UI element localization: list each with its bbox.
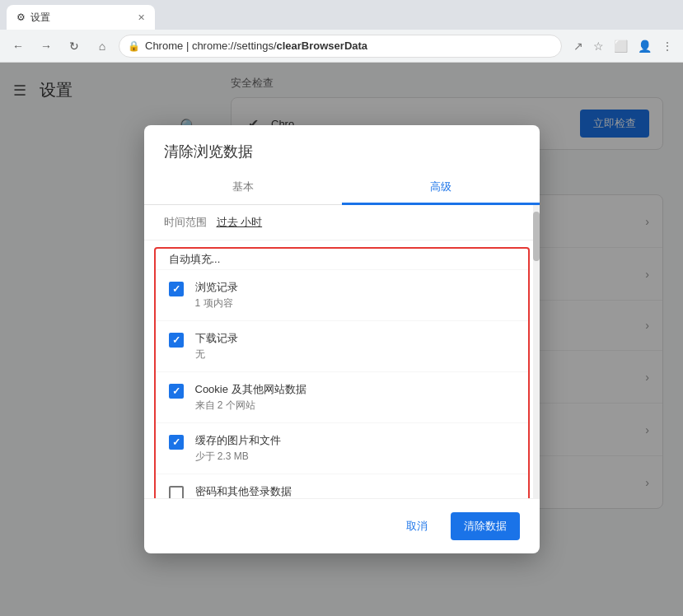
cache-label: 缓存的图片和文件 <box>195 433 515 448</box>
cookie-item-label: Cookie 及其他网站数据 <box>195 382 515 397</box>
checkbox-cache-box[interactable]: ✓ <box>169 435 184 450</box>
password-label: 密码和其他登录数据 <box>195 484 515 498</box>
checkbox-history-box[interactable]: ✓ <box>169 282 184 296</box>
cache-sub: 少于 2.3 MB <box>195 450 515 464</box>
tab-favicon: ⚙ <box>16 12 26 23</box>
checkbox-download-box[interactable]: ✓ <box>169 333 184 348</box>
address-bar-row: ← → ↻ ⌂ 🔒 Chrome | chrome://settings/cle… <box>0 30 683 63</box>
scrollbar[interactable] <box>533 205 540 498</box>
clear-data-dialog: 清除浏览数据 基本 高级 时间范围 过去 小时 自动填充. <box>144 125 540 553</box>
history-label: 浏览记录 <box>195 280 515 295</box>
settings-page: ☰ 设置 🔍 安全检查 ✔ Chro... 立即检查 <box>0 63 683 616</box>
tab-bar: ⚙ 设置 ✕ <box>0 0 683 30</box>
cookie-item-text: Cookie 及其他网站数据 来自 2 个网站 <box>195 382 515 413</box>
dialog-body: 时间范围 过去 小时 自动填充... ✓ <box>144 205 540 498</box>
checkbox-item-download[interactable]: ✓ 下载记录 无 <box>156 321 528 372</box>
checkbox-cookie-box[interactable]: ✓ <box>169 384 184 399</box>
checkbox-item-cookie[interactable]: ✓ Cookie 及其他网站数据 来自 2 个网站 <box>156 372 528 423</box>
history-text: 浏览记录 1 项内容 <box>195 280 515 310</box>
checkbox-download[interactable]: ✓ <box>169 333 184 348</box>
checkmark-cache: ✓ <box>172 436 180 448</box>
tab-close-button[interactable]: ✕ <box>138 12 145 23</box>
checkbox-item-password[interactable]: ✓ 密码和其他登录数据 无 <box>156 474 528 498</box>
tab-basic[interactable]: 基本 <box>144 171 342 205</box>
checkbox-password[interactable]: ✓ <box>169 486 184 498</box>
checkbox-cookie[interactable]: ✓ <box>169 384 184 399</box>
partial-text: 自动填充... <box>169 252 221 267</box>
partial-top-row: 自动填充... <box>156 249 528 270</box>
home-button[interactable]: ⌂ <box>91 35 114 58</box>
time-range-label: 时间范围 <box>164 215 207 230</box>
bookmark-button[interactable]: ☆ <box>590 37 607 55</box>
dialog-tabs: 基本 高级 <box>144 171 540 205</box>
dialog-footer: 取消 清除数据 <box>144 498 540 553</box>
checkbox-item-cache[interactable]: ✓ 缓存的图片和文件 少于 2.3 MB <box>156 423 528 474</box>
tab-title: 设置 <box>30 11 50 25</box>
checkbox-password-box[interactable]: ✓ <box>169 486 184 498</box>
checkmark-cookie: ✓ <box>172 385 180 397</box>
checkbox-cache[interactable]: ✓ <box>169 435 184 450</box>
menu-button[interactable]: ⋮ <box>658 37 676 55</box>
secure-icon: 🔒 <box>128 40 140 52</box>
checkmark-history: ✓ <box>172 283 180 295</box>
share-button[interactable]: ↗ <box>570 37 587 55</box>
download-sub: 无 <box>195 348 515 362</box>
cache-text: 缓存的图片和文件 少于 2.3 MB <box>195 433 515 464</box>
forward-button[interactable]: → <box>35 35 58 58</box>
cancel-button[interactable]: 取消 <box>393 512 441 540</box>
back-button[interactable]: ← <box>7 35 30 58</box>
modal-overlay[interactable]: 清除浏览数据 基本 高级 时间范围 过去 小时 自动填充. <box>0 63 683 616</box>
content-area: 自动填充... ✓ 浏览记录 1 项内容 <box>154 247 530 498</box>
tab-advanced[interactable]: 高级 <box>342 171 540 205</box>
address-actions: ↗ ☆ ⬜ 👤 ⋮ <box>570 37 676 55</box>
browser-frame: ⚙ 设置 ✕ ← → ↻ ⌂ 🔒 Chrome | chrome://setti… <box>0 0 683 616</box>
active-tab[interactable]: ⚙ 设置 ✕ <box>7 5 155 30</box>
profile-button[interactable]: 👤 <box>634 37 655 55</box>
cookie-item-sub: 来自 2 个网站 <box>195 399 515 413</box>
checkmark-download: ✓ <box>172 334 180 346</box>
address-bar[interactable]: 🔒 Chrome | chrome://settings/clearBrowse… <box>119 35 562 58</box>
dialog-title: 清除浏览数据 <box>144 125 540 161</box>
address-text: Chrome | chrome://settings/clearBrowserD… <box>145 40 367 52</box>
password-text: 密码和其他登录数据 无 <box>195 484 515 498</box>
scroll-thumb <box>533 212 540 261</box>
tab-search-button[interactable]: ⬜ <box>610 37 631 55</box>
reload-button[interactable]: ↻ <box>63 35 86 58</box>
checkbox-history[interactable]: ✓ <box>169 282 184 296</box>
confirm-button[interactable]: 清除数据 <box>451 512 520 540</box>
time-range-row: 时间范围 过去 小时 <box>144 205 540 240</box>
history-sub: 1 项内容 <box>195 296 515 310</box>
checkbox-item-history[interactable]: ✓ 浏览记录 1 项内容 <box>156 270 528 321</box>
download-label: 下载记录 <box>195 331 515 346</box>
time-range-value[interactable]: 过去 小时 <box>217 215 263 230</box>
download-text: 下载记录 无 <box>195 331 515 362</box>
